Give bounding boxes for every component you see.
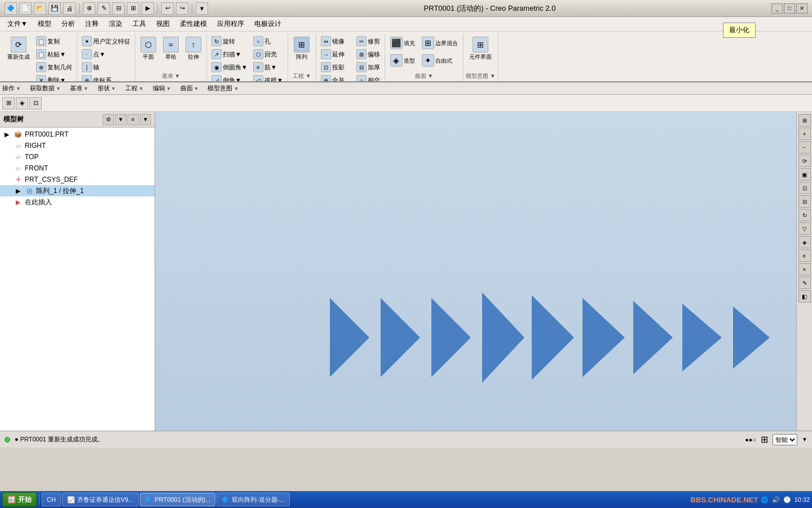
shell-btn[interactable]: ⬡ 回壳: [251, 48, 285, 60]
sidebar-filter-btn[interactable]: ▼: [115, 114, 126, 125]
zoom-fit-btn[interactable]: ⊞: [798, 114, 811, 126]
start-button[interactable]: 🪟 开始: [2, 492, 37, 507]
sidebar-settings-btn[interactable]: ⚙: [103, 114, 114, 125]
merge-btn[interactable]: ⊕ 合并: [319, 74, 353, 82]
extend-btn[interactable]: → 延伸: [319, 48, 353, 60]
filter-btn[interactable]: ▽: [798, 222, 811, 235]
display-btn[interactable]: ◈: [798, 236, 811, 248]
menu-render[interactable]: 渲染: [104, 17, 127, 30]
orient-btn[interactable]: ⊡: [798, 182, 811, 194]
menu-flexible[interactable]: 柔性建模: [175, 17, 212, 30]
toolbar-btn2[interactable]: ✎: [98, 2, 110, 15]
boundary-blend-btn[interactable]: ⊞ 边界混合: [419, 35, 461, 52]
section-shape[interactable]: 形状▼: [98, 84, 116, 93]
menu-electrode[interactable]: 电极设计: [249, 17, 286, 30]
open-btn[interactable]: 📂: [34, 2, 46, 15]
status-mode-select[interactable]: 智能: [773, 434, 797, 445]
section-model-intent[interactable]: 模型意图▼: [208, 84, 239, 93]
tree-item-array[interactable]: ▶ ⊞ 陈列_1 / 拉伸_1: [0, 185, 155, 196]
menu-annotation[interactable]: 注释: [80, 17, 104, 30]
layer-btn[interactable]: ≡: [798, 249, 811, 262]
print-btn[interactable]: 🖨: [63, 2, 76, 15]
tree-item-top[interactable]: ▱ TOP: [0, 151, 155, 163]
layer-view-btn[interactable]: ⊡: [29, 97, 42, 110]
delete-btn[interactable]: ✕ 删除▼: [34, 74, 74, 82]
menu-tools[interactable]: 工具: [127, 17, 151, 30]
section-getdata[interactable]: 获取数据▼: [30, 84, 61, 93]
toolbar-btn1[interactable]: ⊕: [83, 2, 95, 15]
extrude-btn[interactable]: ↑ 拉伸: [183, 35, 204, 62]
section-engineering[interactable]: 工程▼: [125, 84, 144, 93]
axis-btn[interactable]: | 轴: [80, 61, 133, 73]
rotate-btn[interactable]: ↻ 旋转: [209, 35, 250, 47]
intersect-btn[interactable]: ∩ 相交: [354, 74, 382, 82]
section-surface[interactable]: 曲面▼: [180, 84, 199, 93]
sweep-btn[interactable]: ↗ 扫描▼: [209, 48, 250, 60]
status-dropdown-btn[interactable]: ▼: [802, 436, 807, 443]
menu-apps[interactable]: 应用程序: [212, 17, 249, 30]
menu-view[interactable]: 视图: [151, 17, 175, 30]
copy-geom-btn[interactable]: ⊕ 复制几何: [34, 61, 74, 73]
copy-btn[interactable]: 📋 复制: [34, 35, 74, 47]
array-btn[interactable]: ⊞ 阵列: [291, 35, 312, 62]
round-btn[interactable]: ◉ 倒圆角▼: [209, 61, 250, 73]
custom-btn[interactable]: ▼: [196, 2, 208, 15]
maximize-btn[interactable]: □: [784, 3, 795, 14]
menu-analysis[interactable]: 分析: [56, 17, 80, 30]
taskbar-item-ch[interactable]: CH: [42, 493, 61, 506]
section-view-btn[interactable]: ⊟: [798, 195, 811, 208]
model-view-btn[interactable]: ◈: [16, 97, 28, 110]
taskbar-item-creo[interactable]: 🔷 PRT0001 (活动的)...: [140, 493, 216, 506]
coord-btn[interactable]: ⊕ 坐标系: [80, 74, 133, 82]
element-boundary-btn[interactable]: ⊞ 元件界面: [466, 35, 495, 62]
thicken-btn[interactable]: ⊟ 加厚: [354, 61, 382, 73]
new-file-btn[interactable]: 📄: [19, 2, 32, 15]
user-def-btn[interactable]: ✦ 用户定义特征: [80, 35, 133, 47]
sketch-btn[interactable]: ≈ 草绘: [160, 35, 182, 62]
trim-btn[interactable]: ✂ 修剪: [354, 35, 382, 47]
freestyle-btn[interactable]: ✦ 自由式: [419, 52, 461, 69]
datum-display-btn[interactable]: ×: [798, 263, 811, 275]
tree-item-root[interactable]: ▶ 📦 PRT0001.PRT: [0, 129, 155, 140]
hole-btn[interactable]: ○ 孔: [251, 35, 285, 47]
tree-item-right[interactable]: ▱ RIGHT: [0, 140, 155, 151]
sidebar-list-btn[interactable]: ≡: [127, 114, 139, 125]
menu-file[interactable]: 文件▼: [2, 17, 33, 30]
3d-view-btn[interactable]: ▣: [798, 168, 811, 181]
project-btn[interactable]: ⊡ 投影: [319, 61, 353, 73]
save-btn[interactable]: 💾: [48, 2, 61, 15]
plane-btn[interactable]: ⬡ 平面: [138, 35, 159, 62]
zoom-out-btn[interactable]: −: [798, 141, 811, 154]
tree-view-btn[interactable]: ⊞: [2, 97, 15, 110]
paste-btn[interactable]: 📋 粘贴▼: [34, 48, 74, 60]
repaint-btn[interactable]: ⟳: [798, 155, 811, 167]
regen-btn[interactable]: ⟳ 重新生成: [5, 35, 33, 62]
toolbar-btn4[interactable]: ⊞: [127, 2, 139, 15]
mirror-btn[interactable]: ⇔ 镜像: [319, 35, 353, 47]
taskbar-item-qilu[interactable]: 📈 齐鲁证券通达信V9...: [62, 493, 139, 506]
tree-item-front[interactable]: ▱ FRONT: [0, 163, 155, 174]
undo-btn[interactable]: ↩: [161, 2, 174, 15]
tree-item-csys[interactable]: ✛ PRT_CSYS_DEF: [0, 174, 155, 185]
rib-btn[interactable]: ≡ 筋▼: [251, 61, 285, 73]
close-btn[interactable]: ✕: [796, 3, 807, 14]
tree-item-insert[interactable]: ▶ 在此插入: [0, 196, 155, 208]
spin-btn[interactable]: ↻: [798, 209, 811, 221]
chamfer-btn[interactable]: ◿ 倒角▼: [209, 74, 250, 82]
points-btn[interactable]: · 点▼: [80, 48, 133, 60]
redo-btn[interactable]: ↪: [176, 2, 188, 15]
toolbar-btn5[interactable]: ▶: [142, 2, 154, 15]
zoom-in-btn[interactable]: +: [798, 128, 811, 140]
section-ops[interactable]: 操作▼: [2, 84, 21, 93]
section-datum[interactable]: 基准▼: [70, 84, 89, 93]
menu-model[interactable]: 模型: [33, 17, 56, 30]
taskbar-item-array[interactable]: 🔷 双向阵列-送分题-...: [217, 493, 290, 506]
fill-btn[interactable]: ⬛ 填充: [387, 35, 418, 52]
annotate-btn[interactable]: ✎: [798, 277, 811, 289]
toolbar-btn3[interactable]: ⊟: [112, 2, 125, 15]
model-display-btn[interactable]: ◧: [798, 290, 811, 303]
minimize-btn[interactable]: _: [771, 3, 783, 14]
style-btn[interactable]: ◈ 造型: [387, 52, 418, 69]
section-edit[interactable]: 编辑▼: [153, 84, 171, 93]
offset-btn[interactable]: ⊞ 偏移: [354, 48, 382, 60]
